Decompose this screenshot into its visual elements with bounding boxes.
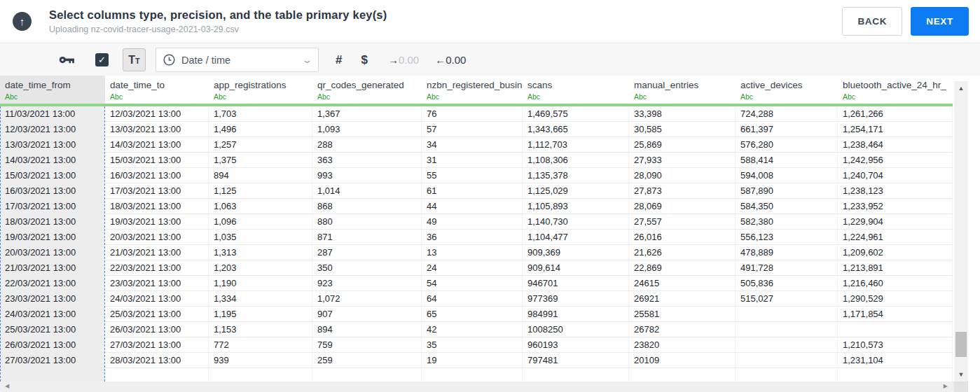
- table-cell[interactable]: 1,238,464: [838, 137, 953, 153]
- table-cell[interactable]: 1,240,704: [838, 168, 953, 183]
- table-cell[interactable]: 24615: [629, 276, 736, 291]
- table-cell[interactable]: 594,008: [736, 168, 838, 183]
- table-cell[interactable]: 1,125: [209, 183, 312, 199]
- table-cell[interactable]: [736, 307, 838, 322]
- table-cell[interactable]: 55: [422, 168, 523, 183]
- table-cell[interactable]: 44: [422, 199, 523, 214]
- table-cell[interactable]: 1,313: [209, 245, 312, 260]
- table-cell[interactable]: 871: [312, 230, 422, 245]
- vertical-scrollbar[interactable]: ▲ ▼: [954, 81, 968, 382]
- next-button[interactable]: NEXT: [911, 7, 969, 36]
- table-cell[interactable]: 11/03/2021 13:00: [0, 106, 105, 122]
- table-cell[interactable]: 64: [422, 291, 523, 307]
- table-cell[interactable]: 1,063: [209, 199, 312, 214]
- column-header-scans[interactable]: scansAbc: [523, 76, 629, 104]
- horizontal-scrollbar[interactable]: ◀ ▶: [0, 382, 954, 392]
- table-cell[interactable]: 724,288: [736, 106, 838, 122]
- decimal-increase-button[interactable]: →0.00: [388, 54, 419, 66]
- table-cell[interactable]: 49: [422, 214, 523, 230]
- table-cell[interactable]: 13/03/2021 13:00: [105, 122, 209, 137]
- table-cell[interactable]: [736, 337, 838, 353]
- scroll-left-arrow-icon[interactable]: ◀: [5, 383, 9, 389]
- table-cell[interactable]: 18/03/2021 13:00: [0, 214, 105, 230]
- table-cell[interactable]: 13: [422, 245, 523, 260]
- table-cell[interactable]: 923: [312, 276, 422, 291]
- table-cell[interactable]: 909,614: [523, 260, 629, 276]
- table-cell[interactable]: [209, 368, 312, 382]
- column-enabled-checkbox[interactable]: ✓: [95, 53, 109, 66]
- table-cell[interactable]: 909,369: [523, 245, 629, 260]
- table-cell[interactable]: 19: [422, 353, 523, 368]
- table-cell[interactable]: 287: [312, 245, 422, 260]
- table-cell[interactable]: 1,104,477: [523, 230, 629, 245]
- table-cell[interactable]: 1,703: [209, 106, 312, 122]
- table-cell[interactable]: [736, 353, 838, 368]
- table-cell[interactable]: 946701: [523, 276, 629, 291]
- table-cell[interactable]: [736, 368, 838, 382]
- table-cell[interactable]: 960193: [523, 337, 629, 353]
- table-cell[interactable]: 57: [422, 122, 523, 137]
- table-cell[interactable]: 1,216,460: [838, 276, 953, 291]
- table-cell[interactable]: 1,112,703: [523, 137, 629, 153]
- table-cell[interactable]: 1,231,104: [838, 353, 953, 368]
- table-cell[interactable]: 1,213,891: [838, 260, 953, 276]
- table-cell[interactable]: 1008250: [523, 322, 629, 337]
- primary-key-icon[interactable]: [59, 56, 75, 64]
- table-cell[interactable]: 65: [422, 307, 523, 322]
- table-cell[interactable]: 1,367: [312, 106, 422, 122]
- table-cell[interactable]: 21,626: [629, 245, 736, 260]
- table-cell[interactable]: 24/03/2021 13:00: [0, 307, 105, 322]
- table-cell[interactable]: 759: [312, 337, 422, 353]
- table-cell[interactable]: 587,890: [736, 183, 838, 199]
- table-cell[interactable]: 1,257: [209, 137, 312, 153]
- table-cell[interactable]: 28,069: [629, 199, 736, 214]
- table-cell[interactable]: 15/03/2021 13:00: [0, 168, 105, 183]
- table-cell[interactable]: 1,108,306: [523, 153, 629, 168]
- number-type-button[interactable]: #: [336, 53, 342, 67]
- table-cell[interactable]: 1,072: [312, 291, 422, 307]
- table-cell[interactable]: 27,933: [629, 153, 736, 168]
- table-cell[interactable]: 1,093: [312, 122, 422, 137]
- table-cell[interactable]: 505,836: [736, 276, 838, 291]
- table-cell[interactable]: 31: [422, 153, 523, 168]
- table-cell[interactable]: 1,190: [209, 276, 312, 291]
- table-cell[interactable]: 491,728: [736, 260, 838, 276]
- table-cell[interactable]: 23820: [629, 337, 736, 353]
- vertical-scrollbar-thumb[interactable]: [955, 332, 967, 357]
- table-cell[interactable]: 27/03/2021 13:00: [0, 353, 105, 368]
- table-cell[interactable]: 894: [209, 168, 312, 183]
- table-cell[interactable]: 1,014: [312, 183, 422, 199]
- table-cell[interactable]: 21/03/2021 13:00: [0, 260, 105, 276]
- table-cell[interactable]: 1,233,952: [838, 199, 953, 214]
- column-header-date_time_to[interactable]: date_time_toAbc: [105, 76, 209, 104]
- table-cell[interactable]: 17/03/2021 13:00: [105, 183, 209, 199]
- table-cell[interactable]: 1,035: [209, 230, 312, 245]
- table-cell[interactable]: 1,375: [209, 153, 312, 168]
- table-cell[interactable]: 984991: [523, 307, 629, 322]
- table-cell[interactable]: 1,238,123: [838, 183, 953, 199]
- table-cell[interactable]: 1,096: [209, 214, 312, 230]
- table-cell[interactable]: 26/03/2021 13:00: [105, 322, 209, 337]
- table-cell[interactable]: 16/03/2021 13:00: [0, 183, 105, 199]
- table-cell[interactable]: 1,224,961: [838, 230, 953, 245]
- table-cell[interactable]: 18/03/2021 13:00: [105, 199, 209, 214]
- table-cell[interactable]: 42: [422, 322, 523, 337]
- column-header-manual_entries[interactable]: manual_entriesAbc: [629, 76, 736, 104]
- table-cell[interactable]: 1,195: [209, 307, 312, 322]
- table-cell[interactable]: 24: [422, 260, 523, 276]
- table-cell[interactable]: [105, 368, 209, 382]
- table-cell[interactable]: 1,496: [209, 122, 312, 137]
- table-cell[interactable]: 1,210,573: [838, 337, 953, 353]
- table-cell[interactable]: 1,343,665: [523, 122, 629, 137]
- table-cell[interactable]: 772: [209, 337, 312, 353]
- table-cell[interactable]: 1,469,575: [523, 106, 629, 122]
- column-header-nzbn_registered_busine[interactable]: nzbn_registered_busineAbc: [422, 76, 523, 104]
- table-cell[interactable]: 19/03/2021 13:00: [105, 214, 209, 230]
- table-cell[interactable]: 26,016: [629, 230, 736, 245]
- table-cell[interactable]: 25/03/2021 13:00: [105, 307, 209, 322]
- table-cell[interactable]: 23/03/2021 13:00: [105, 276, 209, 291]
- table-cell[interactable]: 16/03/2021 13:00: [105, 168, 209, 183]
- table-cell[interactable]: 350: [312, 260, 422, 276]
- table-cell[interactable]: 26921: [629, 291, 736, 307]
- column-header-qr_codes_generated[interactable]: qr_codes_generatedAbc: [312, 76, 422, 104]
